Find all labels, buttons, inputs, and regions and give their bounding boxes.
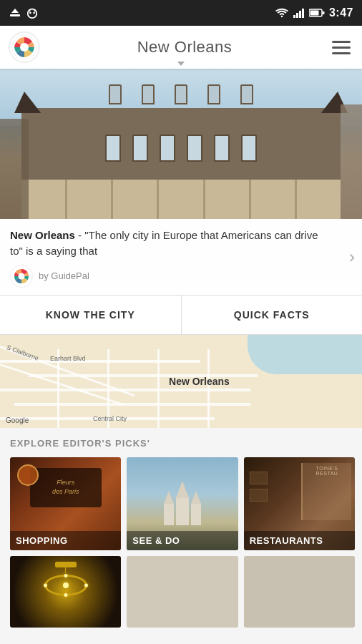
- clock: 3:47: [329, 6, 353, 19]
- map-city-label: New Orleans: [169, 376, 230, 387]
- svg-point-13: [20, 43, 29, 52]
- svg-point-15: [19, 273, 25, 279]
- guidepal-logo-icon: [11, 34, 37, 60]
- pick-seedo[interactable]: SEE & DO: [127, 457, 238, 550]
- svg-point-4: [33, 12, 35, 14]
- know-the-city-button[interactable]: KNOW THE CITY: [0, 296, 182, 334]
- status-bar: 3:47: [0, 0, 362, 26]
- battery-icon: [309, 9, 325, 17]
- svg-marker-1: [11, 9, 19, 13]
- road-label-earhart: Earhart Blvd: [50, 355, 86, 362]
- app-bar: New Orleans: [0, 26, 362, 69]
- pick-seedo-label: SEE & DO: [127, 531, 238, 550]
- svg-point-3: [29, 12, 31, 14]
- hero-card-byline: by GuidePal: [39, 270, 89, 281]
- pick-nightlife[interactable]: [10, 556, 121, 628]
- explore-title: EXPLORE EDITOR'S PICKS': [10, 438, 355, 449]
- guidepal-logo: [10, 265, 33, 288]
- svg-rect-8: [302, 9, 304, 18]
- status-left-icons: [9, 7, 39, 19]
- wifi-icon: [275, 8, 289, 18]
- svg-marker-14: [177, 62, 185, 66]
- hero-card-author: by GuidePal: [10, 265, 352, 288]
- hero-card-text: New Orleans - "The only city in Europe t…: [10, 228, 332, 259]
- road-label-central: Central City: [93, 415, 127, 422]
- picks-grid-bottom: [10, 556, 355, 628]
- svg-rect-7: [299, 11, 301, 18]
- picks-grid: Fleursdes Paris SHOPPING: [10, 457, 355, 550]
- hero-card[interactable]: New Orleans - "The only city in Europe t…: [0, 219, 362, 295]
- pick-shopping[interactable]: Fleursdes Paris SHOPPING: [10, 457, 121, 550]
- page-title: New Orleans: [137, 38, 233, 57]
- quick-facts-button[interactable]: QUICK FACTS: [182, 296, 363, 334]
- svg-rect-10: [310, 11, 318, 16]
- status-right-icons: 3:47: [275, 6, 353, 19]
- explore-section: EXPLORE EDITOR'S PICKS' Fleursdes Paris …: [0, 428, 362, 635]
- pick-empty-1[interactable]: [127, 556, 238, 628]
- menu-button[interactable]: [329, 38, 353, 57]
- svg-rect-6: [296, 13, 298, 18]
- hero-image: [0, 69, 362, 219]
- pick-shopping-label: SHOPPING: [10, 531, 121, 550]
- pick-restaurants[interactable]: TOINE'SRESTAU RESTAURANTS: [244, 457, 355, 550]
- svg-rect-0: [10, 14, 20, 16]
- svg-rect-11: [322, 11, 324, 14]
- hero-card-arrow-icon: ›: [349, 247, 355, 267]
- map-google-label: Google: [6, 416, 29, 424]
- map-section[interactable]: S Claiborne Earhart Blvd Central City Ne…: [0, 335, 362, 428]
- signal-icon: [293, 8, 305, 18]
- pick-empty-2[interactable]: [244, 556, 355, 628]
- app-logo[interactable]: [9, 31, 40, 63]
- pick-restaurants-label: RESTAURANTS: [244, 531, 355, 550]
- chandelier-icon: [44, 562, 87, 601]
- action-buttons: KNOW THE CITY QUICK FACTS: [0, 295, 362, 335]
- app-icon: [26, 7, 39, 19]
- dropdown-arrow-icon: [177, 62, 185, 66]
- svg-rect-5: [293, 15, 295, 18]
- road-label-claiborne: S Claiborne: [6, 343, 40, 361]
- upload-icon: [9, 7, 21, 19]
- map-background: S Claiborne Earhart Blvd Central City Ne…: [0, 335, 362, 428]
